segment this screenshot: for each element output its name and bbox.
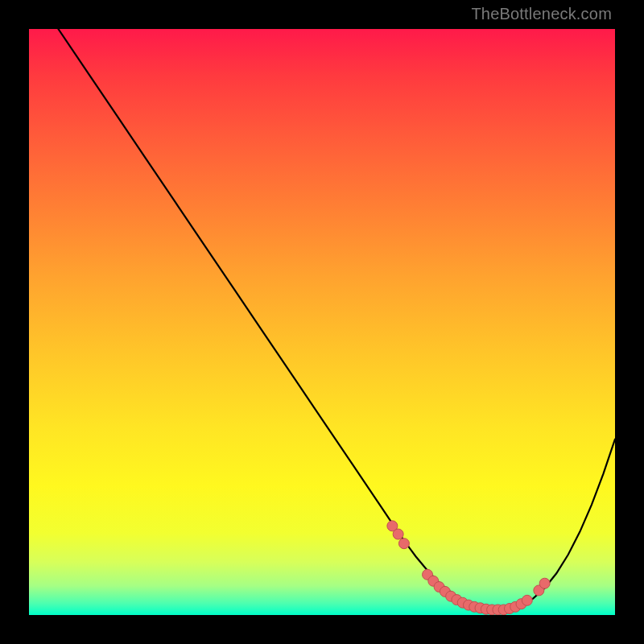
chart-frame: TheBottleneck.com	[0, 0, 644, 644]
watermark-text: TheBottleneck.com	[471, 5, 612, 23]
plot-area	[29, 29, 615, 615]
